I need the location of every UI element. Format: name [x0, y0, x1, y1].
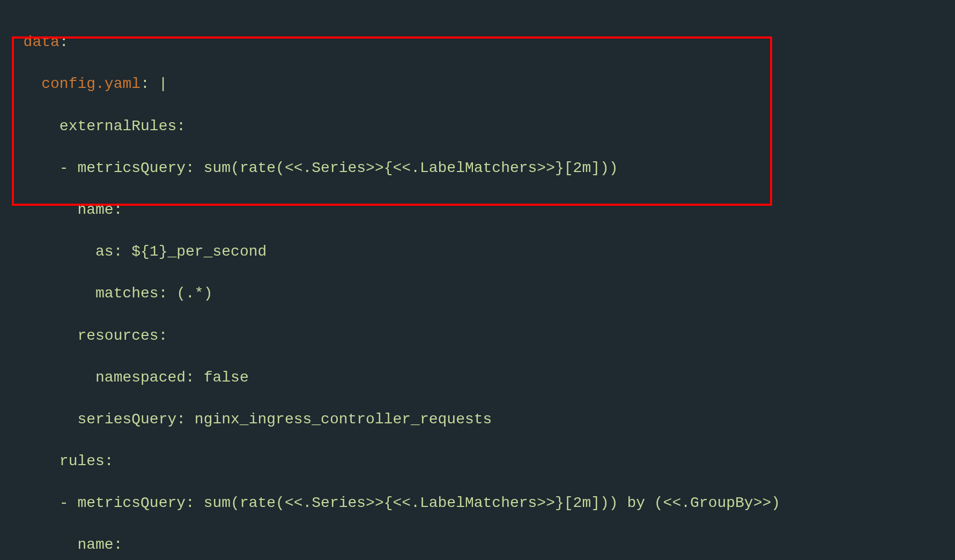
code-line: name: — [5, 199, 950, 220]
code-line: data: — [5, 32, 950, 53]
code-line: as: ${1}_per_second — [5, 241, 950, 262]
code-line: namespaced: false — [5, 367, 950, 388]
code-line: resources: — [5, 325, 950, 346]
code-line: seriesQuery: nginx_ingress_controller_re… — [5, 409, 950, 430]
code-line: config.yaml: | — [5, 73, 950, 94]
yaml-key: config.yaml — [41, 76, 140, 92]
code-line: name: — [5, 534, 950, 555]
code-line: - metricsQuery: sum(rate(<<.Series>>{<<.… — [5, 158, 950, 178]
yaml-key: data — [24, 34, 60, 50]
code-editor[interactable]: data: config.yaml: | externalRules: - me… — [5, 11, 950, 560]
code-line: rules: — [5, 451, 950, 472]
code-line: externalRules: — [5, 116, 950, 137]
code-line: matches: (.*) — [5, 283, 950, 304]
code-line: - metricsQuery: sum(rate(<<.Series>>{<<.… — [5, 492, 950, 513]
